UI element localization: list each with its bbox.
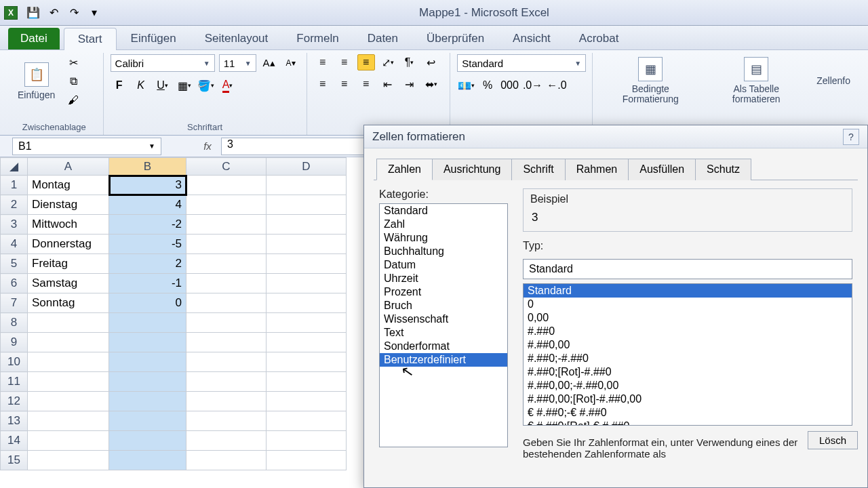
cell[interactable] (28, 431, 109, 451)
type-input[interactable] (523, 259, 852, 279)
bold-button[interactable]: F (111, 77, 128, 94)
tab-layout[interactable]: Seitenlayout (191, 27, 283, 49)
column-header-C[interactable]: C (186, 158, 267, 176)
category-item[interactable]: Sonderformat (380, 340, 507, 353)
format-item[interactable]: 0,00 (524, 311, 852, 325)
conditional-formatting-button[interactable]: ▦ Bedingte Formatierung (599, 54, 701, 108)
cell[interactable]: Montag (28, 176, 109, 195)
fx-icon[interactable]: fx (199, 140, 216, 152)
cell[interactable] (28, 352, 109, 372)
font-name-combo[interactable]: Calibri▼ (111, 54, 215, 72)
underline-button[interactable]: U▾ (154, 77, 172, 94)
category-item[interactable]: Uhrzeit (380, 272, 507, 285)
cell[interactable] (267, 431, 347, 451)
cell[interactable] (109, 313, 186, 333)
align-left-button[interactable]: ≡ (314, 76, 332, 92)
row-header[interactable]: 13 (1, 411, 28, 431)
category-item[interactable]: Standard (380, 204, 507, 218)
format-item[interactable]: € #.##0;-€ #.##0 (524, 406, 852, 420)
cell[interactable] (186, 215, 267, 235)
cell[interactable] (267, 372, 347, 392)
tab-start[interactable]: Start (64, 28, 117, 50)
orientation-button[interactable]: ⤢▾ (379, 54, 397, 70)
row-header[interactable]: 14 (1, 431, 28, 451)
dialog-tab-protection[interactable]: Schutz (695, 159, 751, 180)
italic-button[interactable]: K (132, 77, 150, 94)
cell[interactable] (186, 293, 267, 313)
category-item[interactable]: Wissenschaft (380, 312, 507, 326)
cell[interactable] (267, 451, 347, 470)
help-button[interactable]: ? (843, 129, 859, 145)
column-header-B[interactable]: B (109, 158, 186, 176)
row-header[interactable]: 1 (1, 176, 28, 195)
comma-button[interactable]: 000 (500, 77, 519, 94)
align-top-button[interactable]: ≡ (314, 54, 332, 70)
cell[interactable]: Mittwoch (28, 215, 109, 235)
redo-button[interactable]: ↷ (64, 5, 83, 21)
delete-button[interactable]: Lösch (808, 431, 858, 449)
cell[interactable] (267, 195, 347, 215)
cell[interactable]: Donnerstag (28, 235, 109, 254)
cell[interactable]: 0 (109, 293, 186, 313)
wrap-text-button[interactable]: ↩ (422, 54, 440, 70)
format-item[interactable]: #.##0,00;[Rot]-#.##0,00 (524, 392, 852, 406)
category-item[interactable]: Benutzerdefiniert (380, 353, 507, 367)
cell[interactable]: Samstag (28, 274, 109, 293)
format-item[interactable]: € #.##0;[Rot]-€ #.##0 (524, 420, 852, 426)
cell[interactable] (267, 274, 347, 293)
format-item[interactable]: #.##0;[Rot]-#.##0 (524, 365, 852, 379)
cell[interactable] (186, 235, 267, 254)
tab-insert[interactable]: Einfügen (117, 27, 191, 49)
category-item[interactable]: Bruch (380, 299, 507, 312)
cell[interactable]: -2 (109, 215, 186, 235)
qat-customize-button[interactable]: ▾ (85, 5, 104, 21)
align-right-button[interactable]: ≡ (357, 76, 375, 92)
cell[interactable] (109, 411, 186, 431)
format-item[interactable]: #.##0;-#.##0 (524, 352, 852, 365)
cell[interactable] (267, 235, 347, 254)
format-item[interactable]: 0 (524, 298, 852, 311)
format-item[interactable]: #.##0,00;-#.##0,00 (524, 379, 852, 392)
cell[interactable] (109, 333, 186, 352)
row-header[interactable]: 6 (1, 274, 28, 293)
cell[interactable]: -5 (109, 235, 186, 254)
format-as-table-button[interactable]: ▤ Als Tabelle formatieren (705, 54, 807, 108)
font-color-button[interactable]: A▾ (219, 77, 237, 94)
category-item[interactable]: Text (380, 326, 507, 340)
cell[interactable] (28, 451, 109, 470)
decrease-font-button[interactable]: A▾ (282, 55, 300, 71)
cell[interactable] (186, 352, 267, 372)
cell[interactable] (267, 313, 347, 333)
select-all-corner[interactable]: ◢ (1, 158, 28, 176)
tab-acrobat[interactable]: Acrobat (565, 27, 633, 49)
cell[interactable]: 3 (109, 176, 186, 195)
fill-color-button[interactable]: 🪣▾ (197, 77, 215, 94)
cell[interactable] (186, 392, 267, 411)
format-item[interactable]: #.##0 (524, 325, 852, 338)
category-item[interactable]: Prozent (380, 285, 507, 299)
format-item[interactable]: #.##0,00 (524, 338, 852, 352)
dialog-tab-fill[interactable]: Ausfüllen (628, 159, 696, 180)
row-header[interactable]: 2 (1, 195, 28, 215)
decrease-indent-button[interactable]: ⇤ (379, 76, 397, 92)
tab-file[interactable]: Datei (8, 28, 60, 49)
align-middle-button[interactable]: ≡ (336, 54, 353, 70)
undo-button[interactable]: ↶ (44, 5, 63, 21)
cell[interactable] (186, 313, 267, 333)
cell[interactable] (267, 411, 347, 431)
dialog-tab-alignment[interactable]: Ausrichtung (432, 159, 513, 180)
cell[interactable] (28, 411, 109, 431)
text-direction-button[interactable]: ¶▾ (401, 54, 418, 70)
row-header[interactable]: 3 (1, 215, 28, 235)
cell[interactable] (267, 176, 347, 195)
tab-formulas[interactable]: Formeln (282, 27, 353, 49)
cell[interactable] (267, 392, 347, 411)
cell[interactable] (186, 431, 267, 451)
cell[interactable] (186, 372, 267, 392)
save-button[interactable]: 💾 (24, 5, 43, 21)
copy-button[interactable]: ⧉ (64, 73, 82, 89)
currency-button[interactable]: 💶▾ (457, 77, 475, 94)
increase-font-button[interactable]: A▴ (260, 55, 278, 71)
cell[interactable] (186, 176, 267, 195)
category-item[interactable]: Währung (380, 231, 507, 245)
